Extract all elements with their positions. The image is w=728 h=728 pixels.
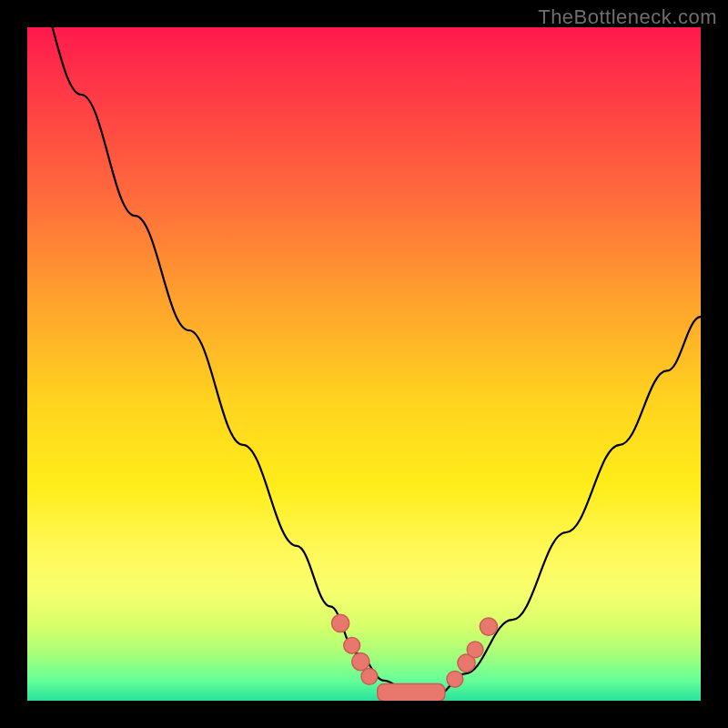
curve-marker xyxy=(467,642,483,658)
curve-marker xyxy=(361,669,378,685)
chart-frame: TheBottleneck.com xyxy=(0,0,728,728)
plateau-marker xyxy=(378,684,445,702)
chart-svg xyxy=(27,27,701,701)
curve-marker xyxy=(447,671,463,687)
watermark-text: TheBottleneck.com xyxy=(538,5,717,29)
curve-markers xyxy=(332,614,498,687)
curve-marker xyxy=(344,637,360,653)
curve-marker xyxy=(352,653,369,671)
curve-marker xyxy=(480,618,497,635)
plot-area xyxy=(27,27,701,701)
bottleneck-curve xyxy=(27,27,701,694)
curve-marker xyxy=(332,614,349,632)
